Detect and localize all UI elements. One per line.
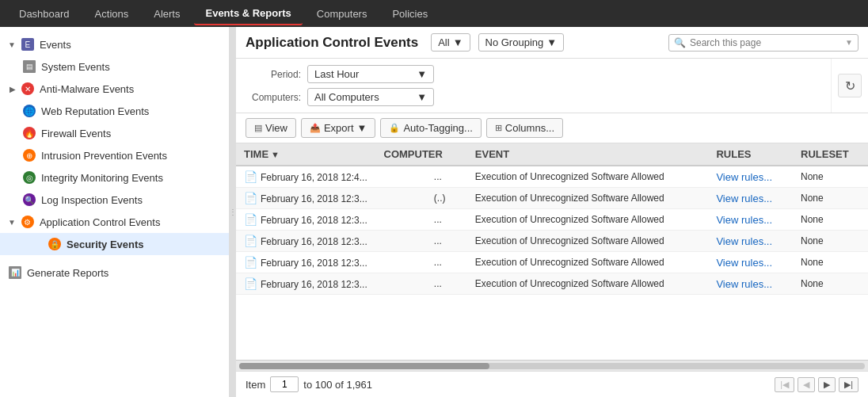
period-dropdown[interactable]: Last Hour ▼ — [307, 65, 434, 83]
last-page-button[interactable]: ▶| — [839, 377, 858, 392]
sidebar-item-app-control[interactable]: ▼ ⚙ Application Control Events — [0, 211, 229, 233]
auto-tagging-button[interactable]: 🔒 Auto-Tagging... — [380, 118, 481, 138]
all-filter-dropdown[interactable]: All ▼ — [431, 33, 470, 52]
next-page-button[interactable]: ▶ — [818, 377, 836, 392]
document-icon: 📄 — [244, 256, 257, 269]
col-time[interactable]: TIME ▼ — [236, 143, 376, 166]
grouping-dropdown-chevron: ▼ — [546, 36, 557, 48]
cell-time: 📄February 16, 2018 12:3... — [236, 188, 376, 209]
sidebar-item-anti-malware[interactable]: ▶ ✕ Anti-Malware Events — [0, 78, 229, 100]
view-rules-link[interactable]: View rules... — [716, 235, 772, 247]
sidebar-system-events-label: System Events — [41, 61, 110, 73]
sidebar-resize-handle[interactable]: ⋮ — [230, 27, 236, 397]
cell-computer: ... — [376, 209, 467, 231]
document-icon: 📄 — [244, 277, 257, 290]
view-rules-link[interactable]: View rules... — [716, 193, 772, 204]
sidebar-item-generate-reports[interactable]: 📊 Generate Reports — [0, 261, 229, 284]
first-page-button[interactable]: |◀ — [775, 377, 794, 392]
view-button[interactable]: ▤ View — [246, 118, 296, 138]
events-table-container[interactable]: TIME ▼ COMPUTER EVENT RULES RULESET — [236, 143, 868, 360]
cell-event: Execution of Unrecognized Software Allow… — [467, 209, 709, 231]
table-row[interactable]: 📄February 16, 2018 12:3... (..)Execution… — [236, 188, 868, 209]
col-computer[interactable]: COMPUTER — [376, 143, 467, 166]
pagination-bar: Item to 100 of 1,961 |◀ ◀ ▶ ▶| — [236, 371, 868, 397]
search-dropdown-chevron: ▼ — [845, 38, 853, 47]
sidebar-item-integrity[interactable]: ◎ Integrity Monitoring Events — [0, 166, 229, 189]
cell-ruleset: None — [793, 273, 868, 295]
scroll-track[interactable] — [239, 363, 865, 369]
cell-time: 📄February 16, 2018 12:3... — [236, 231, 376, 252]
document-icon: 📄 — [244, 213, 257, 226]
sidebar-app-control-label: Application Control Events — [40, 216, 160, 228]
computers-dropdown[interactable]: All Computers ▼ — [307, 88, 434, 106]
view-icon: ▤ — [254, 123, 262, 133]
nav-alerts[interactable]: Alerts — [143, 3, 191, 25]
period-filter-row: Period: Last Hour ▼ — [246, 65, 821, 83]
cell-ruleset: None — [793, 231, 868, 252]
cell-rules[interactable]: View rules... — [708, 209, 793, 231]
cell-computer: ... — [376, 252, 467, 273]
search-box[interactable]: 🔍 ▼ — [668, 34, 858, 52]
view-rules-link[interactable]: View rules... — [716, 257, 772, 269]
col-ruleset[interactable]: RULESET — [793, 143, 868, 166]
log-inspection-icon: 🔍 — [22, 193, 36, 207]
cell-rules[interactable]: View rules... — [708, 252, 793, 273]
pagination-range: to 100 of 1,961 — [303, 379, 372, 391]
top-navigation: Dashboard Actions Alerts Events & Report… — [0, 0, 868, 27]
cell-rules[interactable]: View rules... — [708, 188, 793, 209]
content-area: Application Control Events All ▼ No Grou… — [236, 27, 868, 397]
computers-filter-row: Computers: All Computers ▼ — [246, 88, 821, 106]
grouping-dropdown[interactable]: No Grouping ▼ — [478, 33, 565, 52]
nav-computers[interactable]: Computers — [306, 3, 379, 25]
sidebar-events-label: Events — [40, 39, 71, 51]
nav-policies[interactable]: Policies — [381, 3, 439, 25]
nav-dashboard[interactable]: Dashboard — [8, 3, 81, 25]
export-button[interactable]: 📤 Export ▼ — [301, 118, 375, 138]
export-icon: 📤 — [310, 123, 321, 133]
sidebar-item-security-events[interactable]: 🔒 Security Events — [0, 233, 229, 255]
chevron-right-icon: ▶ — [10, 85, 16, 94]
sidebar-item-intrusion[interactable]: ⊕ Intrusion Prevention Events — [0, 144, 229, 166]
cell-ruleset: None — [793, 252, 868, 273]
cell-time: 📄February 16, 2018 12:4... — [236, 166, 376, 188]
horizontal-scrollbar[interactable] — [236, 360, 868, 371]
app-control-icon: ⚙ — [21, 215, 35, 229]
sidebar-events-section[interactable]: ▼ E Events — [0, 33, 229, 55]
integrity-icon: ◎ — [22, 170, 36, 185]
view-rules-link[interactable]: View rules... — [716, 278, 772, 290]
sidebar-item-log-inspection[interactable]: 🔍 Log Inspection Events — [0, 189, 229, 211]
scroll-thumb[interactable] — [239, 363, 489, 369]
nav-actions[interactable]: Actions — [84, 3, 140, 25]
search-input[interactable] — [690, 37, 841, 48]
col-event[interactable]: EVENT — [467, 143, 709, 166]
table-row[interactable]: 📄February 16, 2018 12:3... ...Execution … — [236, 273, 868, 295]
sidebar-integrity-label: Integrity Monitoring Events — [41, 172, 163, 184]
firewall-icon: 🔥 — [22, 126, 36, 140]
cell-time: 📄February 16, 2018 12:3... — [236, 252, 376, 273]
all-label: All — [438, 36, 449, 48]
table-row[interactable]: 📄February 16, 2018 12:3... ...Execution … — [236, 231, 868, 252]
export-chevron: ▼ — [357, 122, 367, 134]
view-rules-link[interactable]: View rules... — [716, 171, 772, 183]
filters-area: Period: Last Hour ▼ Computers: All Compu… — [236, 59, 868, 113]
table-row[interactable]: 📄February 16, 2018 12:3... ...Execution … — [236, 209, 868, 231]
events-icon: E — [21, 37, 35, 52]
cell-rules[interactable]: View rules... — [708, 273, 793, 295]
page-number-input[interactable] — [270, 376, 299, 392]
cell-rules[interactable]: View rules... — [708, 231, 793, 252]
sidebar-intrusion-label: Intrusion Prevention Events — [41, 150, 167, 162]
sidebar-item-web-reputation[interactable]: 🌐 Web Reputation Events — [0, 100, 229, 122]
sidebar-web-reputation-label: Web Reputation Events — [41, 105, 149, 117]
columns-button[interactable]: ⊞ Columns... — [486, 118, 563, 138]
sidebar-item-system-events[interactable]: ▤ System Events — [0, 55, 229, 78]
table-row[interactable]: 📄February 16, 2018 12:4... ...Execution … — [236, 166, 868, 188]
page-title: Application Control Events — [246, 35, 418, 51]
col-rules[interactable]: RULES — [708, 143, 793, 166]
view-rules-link[interactable]: View rules... — [716, 214, 772, 226]
sidebar-item-firewall[interactable]: 🔥 Firewall Events — [0, 122, 229, 144]
refresh-button[interactable]: ↻ — [838, 74, 862, 97]
prev-page-button[interactable]: ◀ — [798, 377, 815, 392]
nav-events-reports[interactable]: Events & Reports — [194, 2, 302, 25]
cell-rules[interactable]: View rules... — [708, 166, 793, 188]
table-row[interactable]: 📄February 16, 2018 12:3... ...Execution … — [236, 252, 868, 273]
